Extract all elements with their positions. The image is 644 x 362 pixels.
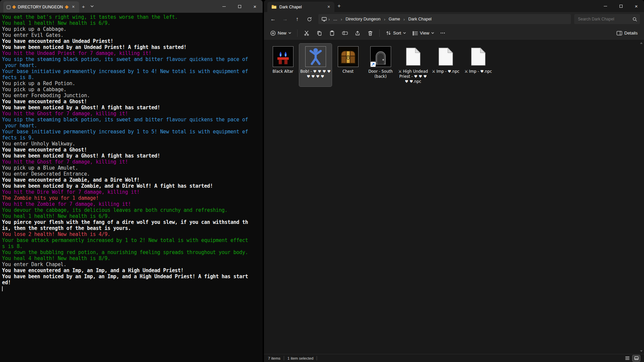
file-list: Black Altar Bob [264,40,644,354]
terminal-line: The Zombie hits you for 1 damage! [2,195,261,201]
terminal-line: You hit the Zombie for 7 damage, killing… [2,201,261,207]
delete-button[interactable] [364,28,376,38]
copy-button[interactable] [313,28,325,38]
selection-count: 1 item selected [287,356,313,360]
file-tile-door-south[interactable]: Door - South (back) [364,44,397,86]
folder-icon [271,5,277,9]
search-input[interactable] [577,16,631,22]
chevron-down-icon [403,32,406,34]
file-tile-bob[interactable]: Bob! - ♥ ♥ ♥ ♥ ♥ ♥ ♥ ♥ [299,44,332,86]
terminal-line: You down the bubbling red potion, a nour… [2,249,261,255]
paste-button[interactable] [326,28,338,38]
breadcrumb: › … › Directory Dungeon › Game › Dark Ch… [318,14,571,24]
minimize-button[interactable] [216,0,232,13]
scrollbar-down-arrow[interactable] [640,350,643,352]
maximize-button[interactable] [232,0,247,13]
terminal-window-controls: × [216,0,263,13]
terminal-line: You pick up a Cabbage. [2,26,261,32]
terminal-tab-dropdown-button[interactable] [88,1,97,11]
sort-icon [386,31,391,36]
trash-icon [368,31,373,36]
terminal-line: You have been noticed by a Ghost! A figh… [2,153,261,159]
rename-button[interactable] [339,28,351,38]
file-tile-imp-1[interactable]: ⚔ Imp - ♥.npc [429,44,462,86]
forward-button[interactable]: → [279,14,291,24]
explorer-tab[interactable]: Dark Chapel × [267,2,334,12]
breadcrumb-chevron-icon[interactable]: › [403,17,406,22]
breadcrumb-chevron-icon[interactable]: › [340,17,343,22]
terminal-window: DIRECTORY DUNGEON × + × You eat the bat'… [0,0,263,362]
file-tile-chest[interactable]: Chest [332,44,364,86]
clipboard-icon [329,31,335,36]
details-view-toggle[interactable] [624,355,631,361]
scrollbar-up-arrow[interactable] [640,42,643,44]
terminal-line: You eat the bat's right wing, it tastes … [2,14,261,20]
terminal-new-tab-button[interactable]: + [79,1,88,11]
close-button[interactable]: × [629,0,644,12]
explorer-window-controls: × [598,0,644,12]
terminal-tab-title: DIRECTORY DUNGEON [18,5,63,9]
file-tile-black-altar[interactable]: Black Altar [267,44,299,86]
terminal-line: You enter Unholy Walkway. [2,141,261,147]
terminal-line: You have been noticed by an Undead Pries… [2,44,261,50]
terminal-line: You have encountered a Zombie, and a Dir… [2,177,261,183]
cut-button[interactable] [301,28,313,38]
breadcrumb-chevron-icon[interactable]: › [383,17,386,22]
refresh-button[interactable] [304,14,315,24]
file-tile-imp-2[interactable]: ⚔ Imp - ♥.npc [462,44,494,86]
view-button[interactable]: View [410,28,437,38]
terminal-line: You pierce your flesh with the fang of a… [2,219,261,225]
terminal-line: You have encountered a Ghost! [2,99,261,105]
bob-figure-image [305,46,326,67]
terminal-line: fects is 8. [2,74,261,80]
terminal-window-icon [7,5,10,9]
terminal-line: You have been noticed by a Ghost! A figh… [2,105,261,111]
more-options-button[interactable] [438,28,448,38]
terminal-tab[interactable]: DIRECTORY DUNGEON × [3,1,79,13]
sort-button-label: Sort [393,31,401,36]
maximize-button[interactable] [613,0,629,12]
terminal-tab-close-button[interactable]: × [70,4,76,10]
large-icons-view-toggle[interactable] [633,355,640,361]
file-tile-high-undead-priest[interactable]: ⚔ High Undead Priest - ♥ ♥ ♥ ♥ ♥.npc [397,44,429,86]
npc-document-icon [471,47,486,66]
breadcrumb-item[interactable]: Dark Chapel [407,16,433,22]
terminal-line: You lose 2 health! New health is 4/9. [2,231,261,237]
terminal-line: You enter Dark Chapel. [2,261,261,267]
status-bar: 7 items 1 item selected [264,354,644,362]
explorer-tab-title: Dark Chapel [279,5,323,9]
minimize-button[interactable] [598,0,613,12]
scissors-icon [304,31,309,36]
this-pc-monitor-icon[interactable] [322,17,327,21]
explorer-tab-close-button[interactable]: × [326,4,332,10]
breadcrumb-item[interactable]: Directory Dungeon [344,16,382,22]
terminal-line: your heart. [2,62,261,68]
breadcrumb-item[interactable]: Game [387,16,402,22]
search-box[interactable] [574,14,640,24]
terminal-output: You eat the bat's right wing, it tastes … [0,13,263,362]
terminal-cursor-line[interactable] [2,286,261,292]
terminal-line: You sip the steaming black potion, its s… [2,117,261,123]
terminal-line: your heart. [2,123,261,129]
breadcrumb-overflow[interactable]: … [331,16,339,22]
terminal-line: Your base attack permanently increased b… [2,237,261,243]
close-button[interactable]: × [247,0,263,13]
file-name: Black Altar [272,69,293,74]
terminal-line: s is 8. [2,243,261,249]
back-button[interactable]: ← [267,14,279,24]
explorer-window: Dark Chapel × + × ← → ↑ [264,0,644,362]
share-button[interactable] [352,28,364,38]
new-button[interactable]: New [267,28,294,38]
details-pane-button[interactable]: Details [613,28,641,38]
explorer-tabbar: Dark Chapel × + × [264,0,644,12]
terminal-line: fects is 9. [2,135,261,141]
breadcrumb-chevron-icon[interactable]: › [328,17,330,22]
share-icon [355,31,360,36]
terminal-line: You heal 1 health! New health is 6/9. [2,213,261,219]
terminal-line: Your base initiative permanently increas… [2,129,261,135]
terminal-line: is, then the strength of the beast is yo… [2,225,261,231]
explorer-new-tab-button[interactable]: + [334,1,344,11]
copy-icon [317,31,322,36]
up-button[interactable]: ↑ [291,14,303,24]
sort-button[interactable]: Sort [383,28,409,38]
